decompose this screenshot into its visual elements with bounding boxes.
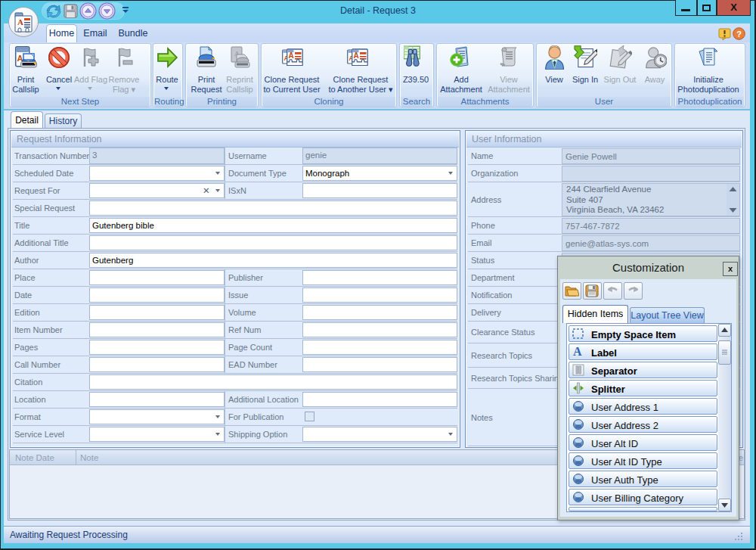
svg-text:A: A [354, 51, 359, 60]
svg-text:A: A [17, 17, 23, 26]
svg-text:?: ? [736, 30, 742, 39]
svg-text:A: A [289, 51, 294, 60]
